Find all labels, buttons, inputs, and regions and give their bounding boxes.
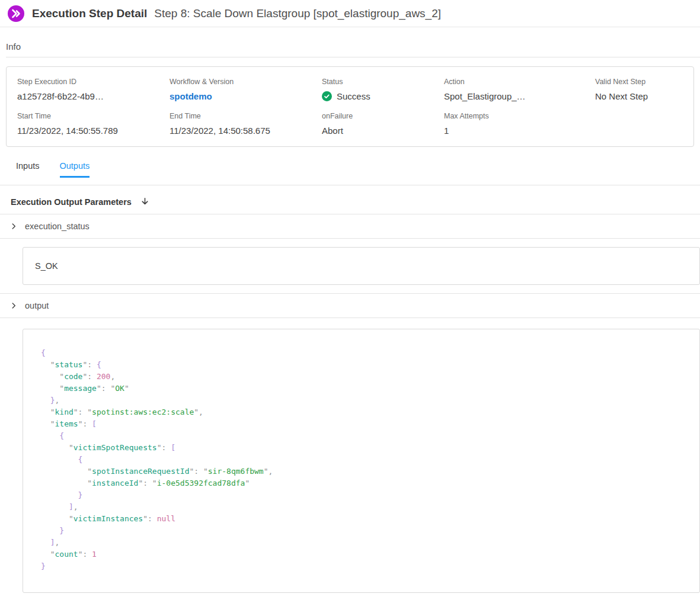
field-valid-next-step: Valid Next Step No Next Step [595,78,683,101]
field-max-attempts: Max Attempts 1 [444,112,595,136]
chevron-right-icon[interactable] [9,222,18,230]
check-circle-icon [322,91,332,101]
tab-outputs[interactable]: Outputs [60,155,90,178]
field-value: a125728f-6b22-4b9… [17,91,170,101]
info-section-label: Info [6,41,700,52]
field-step-execution-id: Step Execution ID a125728f-6b22-4b9… [17,78,170,101]
field-value: Spot_Elastigroup_… [444,91,595,101]
execution-step-detail-page: Execution Step Detail Step 8: Scale Down… [0,0,700,593]
download-arrow-icon[interactable] [140,197,150,207]
param-row-execution-status[interactable]: execution_status [0,214,700,239]
field-status: Status Success [322,78,444,101]
tab-inputs[interactable]: Inputs [16,155,40,178]
field-label: onFailure [322,112,444,120]
workflow-link[interactable]: spotdemo [170,91,322,101]
output-json-box: { "status": { "code": 200, "message": "O… [23,329,700,593]
field-label: End Time [170,112,322,120]
info-divider [6,57,700,57]
output-parameters-title: Execution Output Parameters [11,197,132,207]
output-parameters-header: Execution Output Parameters [0,185,700,214]
field-value: No Next Step [595,91,683,101]
field-action: Action Spot_Elastigroup_… [444,78,595,101]
field-value: 1 [444,126,595,136]
field-label: Max Attempts [444,112,595,120]
execution-status-value-box: S_OK [23,247,700,285]
tabs: Inputs Outputs [0,155,700,178]
field-end-time: End Time 11/23/2022, 14:50:58.675 [170,112,322,136]
execution-status-value: S_OK [35,261,58,271]
field-label: Workflow & Version [170,78,322,86]
status-badge: Success [322,91,444,101]
field-value: 11/23/2022, 14:50:55.789 [17,126,170,136]
field-label: Action [444,78,595,86]
field-label: Status [322,78,444,86]
field-label: Valid Next Step [595,78,683,86]
param-name: execution_status [25,222,90,231]
chevron-right-icon[interactable] [9,302,18,310]
field-value: 11/23/2022, 14:50:58.675 [170,126,322,136]
app-logo-icon [7,5,25,23]
empty-cell [595,112,683,136]
param-name: output [25,301,49,310]
field-workflow-version: Workflow & Version spotdemo [170,78,322,101]
output-json-code: { "status": { "code": 200, "message": "O… [41,347,688,572]
info-card: Step Execution ID a125728f-6b22-4b9… Wor… [6,66,694,147]
field-label: Step Execution ID [17,78,170,86]
field-label: Start Time [17,112,170,120]
status-text: Success [337,91,370,101]
page-subtitle: Step 8: Scale Down Elastgroup [spot_elas… [154,7,441,20]
field-value: Abort [322,126,444,136]
page-title: Execution Step Detail [32,7,147,20]
page-header: Execution Step Detail Step 8: Scale Down… [0,0,700,27]
field-start-time: Start Time 11/23/2022, 14:50:55.789 [17,112,170,136]
param-row-output[interactable]: output [0,293,700,318]
field-onfailure: onFailure Abort [322,112,444,136]
